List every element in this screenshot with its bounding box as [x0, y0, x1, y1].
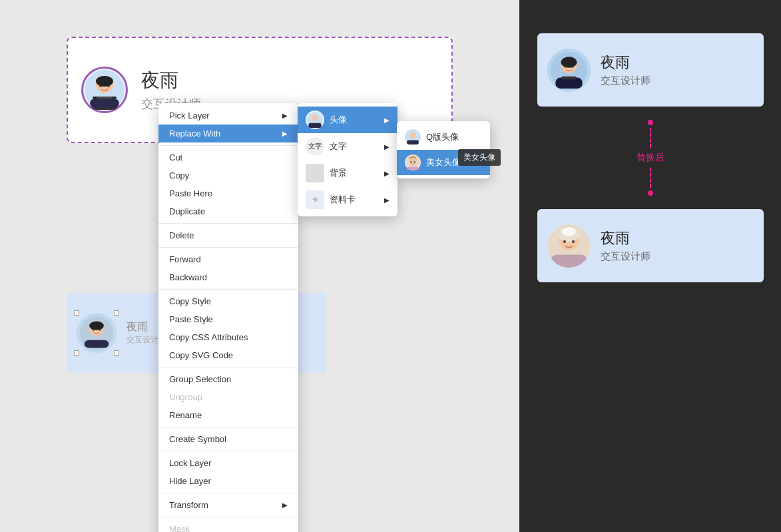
svg-point-4 [96, 76, 113, 87]
submenu-replace-with: 头像 ▶ 文字 文字 ▶ 背景 ▶ 卡 资料卡 ▶ [298, 103, 397, 216]
menu-item-rename[interactable]: Rename [158, 406, 298, 424]
card-before: 夜雨 交互设计师 [537, 33, 764, 107]
svg-point-39 [563, 240, 565, 242]
dashed-line-bottom [650, 168, 651, 188]
dot-bottom [648, 190, 653, 196]
menu-item-pick-layer[interactable]: Pick Layer ▶ [158, 107, 298, 125]
menu-item-paste-here[interactable]: Paste Here [158, 184, 298, 202]
svg-point-31 [564, 65, 567, 68]
female-avatar-preview [405, 154, 421, 170]
divider [158, 145, 298, 146]
menu-item-backward[interactable]: Backward [158, 268, 298, 286]
card-after-avatar [547, 224, 591, 268]
tooltip-female-avatar: 美女头像 [458, 149, 501, 166]
menu-item-group-selection[interactable]: Group Selection [158, 370, 298, 388]
menu-item-hide-layer[interactable]: Hide Layer [158, 472, 298, 490]
dot-top [648, 120, 653, 125]
svg-point-20 [410, 133, 416, 138]
svg-point-14 [99, 328, 101, 330]
svg-rect-41 [551, 254, 587, 268]
menu-item-mask[interactable]: Mask [158, 520, 298, 532]
submenu-item-text[interactable]: 文字 文字 ▶ [298, 133, 397, 160]
menu-item-create-symbol[interactable]: Create Symbol [158, 430, 298, 448]
card-after: 夜雨 交互设计师 [537, 209, 764, 282]
menu-item-cut[interactable]: Cut [158, 148, 298, 166]
arrow-icon: ▶ [384, 117, 390, 124]
divider [158, 289, 298, 290]
arrow-icon: ▶ [384, 196, 390, 204]
svg-point-17 [312, 115, 318, 121]
dashed-line-top [650, 128, 651, 148]
svg-rect-9 [97, 97, 113, 99]
arrow-icon: ▶ [282, 501, 288, 509]
canvas: 夜雨 交互设计师 夜雨 交互设计师 [0, 0, 519, 532]
right-panel: 夜雨 交互设计师 替换后 [519, 0, 781, 532]
submenu-item-card[interactable]: 卡 资料卡 ▶ [298, 186, 397, 213]
svg-point-32 [571, 65, 574, 68]
svg-point-30 [561, 57, 577, 68]
menu-item-delete[interactable]: Delete [158, 226, 298, 244]
svg-point-13 [92, 328, 94, 330]
divider [158, 247, 298, 248]
svg-point-12 [89, 322, 104, 330]
svg-rect-34 [561, 76, 576, 79]
svg-rect-27 [407, 167, 419, 170]
svg-point-40 [571, 240, 574, 242]
design-card-name: 夜雨 [141, 68, 201, 93]
card-before-avatar [547, 49, 591, 92]
svg-point-5 [99, 85, 102, 87]
connector-label: 替换后 [633, 150, 668, 165]
menu-item-paste-style[interactable]: Paste Style [158, 310, 298, 328]
arrow-connector: 替换后 [633, 120, 668, 196]
divider [158, 451, 298, 451]
divider [158, 223, 298, 224]
context-menu: Pick Layer ▶ Replace With ▶ Cut Copy Pas… [158, 103, 298, 532]
menu-item-ungroup[interactable]: Ungroup [158, 388, 298, 406]
card-after-info: 夜雨 交互设计师 [601, 228, 651, 263]
svg-rect-8 [90, 99, 119, 108]
menu-item-duplicate[interactable]: Duplicate [158, 202, 298, 220]
svg-point-26 [414, 161, 415, 162]
menu-item-copy-css[interactable]: Copy CSS Attributes [158, 328, 298, 346]
menu-item-lock-layer[interactable]: Lock Layer [158, 454, 298, 472]
svg-rect-21 [407, 140, 419, 144]
arrow-icon: ▶ [282, 130, 288, 137]
svg-point-38 [561, 227, 576, 236]
menu-item-copy-style[interactable]: Copy Style [158, 292, 298, 310]
arrow-icon: ▶ [384, 170, 390, 177]
avatar-item-q[interactable]: Q版头像 [397, 125, 490, 150]
svg-rect-15 [85, 340, 109, 348]
divider [158, 367, 298, 368]
arrow-icon: ▶ [384, 143, 390, 150]
divider [158, 427, 298, 427]
text-preview-icon: 文字 [306, 137, 324, 156]
design-card-avatar [81, 67, 128, 113]
submenu-item-avatar[interactable]: 头像 ▶ [298, 107, 397, 133]
menu-item-replace-with[interactable]: Replace With ▶ [158, 125, 298, 142]
bg-preview-icon [306, 164, 324, 182]
q-avatar-preview [405, 129, 421, 145]
svg-point-6 [107, 85, 110, 87]
submenu-item-background[interactable]: 背景 ▶ [298, 160, 397, 186]
divider [158, 517, 298, 517]
svg-rect-18 [308, 123, 321, 128]
menu-item-copy[interactable]: Copy [158, 166, 298, 184]
card-preview-icon: 卡 [306, 190, 324, 209]
svg-point-25 [410, 161, 411, 162]
menu-item-transform[interactable]: Transform ▶ [158, 496, 298, 514]
design-card-bottom-avatar [77, 313, 117, 353]
arrow-icon: ▶ [282, 112, 288, 119]
card-before-info: 夜雨 交互设计师 [601, 53, 651, 87]
divider [158, 493, 298, 493]
menu-item-forward[interactable]: Forward [158, 250, 298, 268]
menu-item-copy-svg[interactable]: Copy SVG Code [158, 346, 298, 364]
avatar-preview-icon [306, 111, 324, 129]
